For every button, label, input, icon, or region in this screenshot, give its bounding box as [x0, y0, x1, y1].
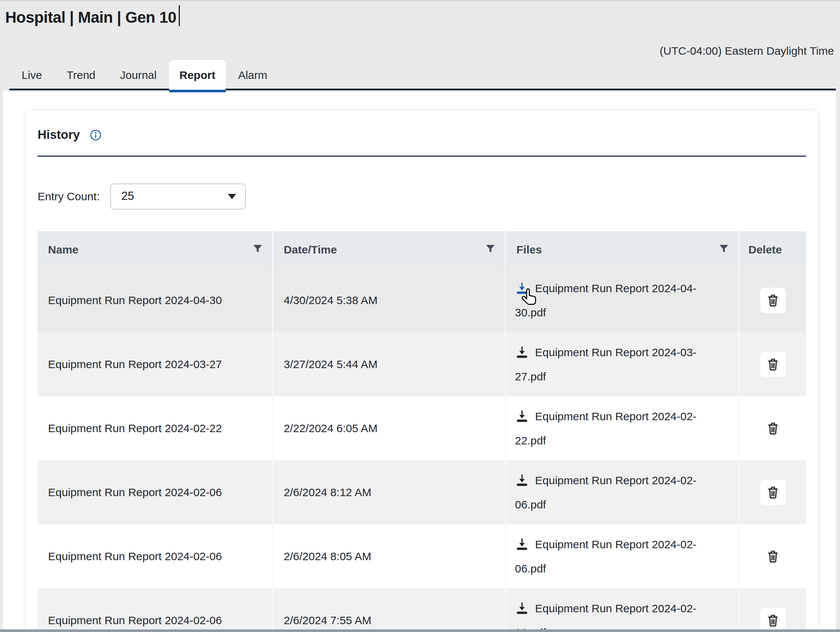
- report-datetime: 3/27/2024 5:44 AM: [272, 333, 505, 396]
- column-header-files[interactable]: Files: [505, 231, 738, 268]
- delete-report-button[interactable]: [760, 416, 786, 441]
- file-name[interactable]: Equipment Run Report 2024-02-06.pdf: [515, 602, 697, 629]
- report-datetime: 2/6/2024 8:12 AM: [272, 460, 505, 525]
- column-header-delete: Delete: [738, 231, 806, 268]
- column-label: Files: [516, 243, 542, 256]
- delete-report-button[interactable]: [760, 288, 786, 313]
- tab-journal[interactable]: Journal: [107, 60, 169, 90]
- report-name: Equipment Run Report 2024-02-06: [38, 525, 272, 588]
- table-row: Equipment Run Report 2024-02-22 2/22/202…: [38, 396, 806, 460]
- timezone-label: (UTC-04:00) Eastern Daylight Time: [660, 45, 834, 57]
- info-icon[interactable]: [90, 129, 102, 141]
- file-name[interactable]: Equipment Run Report 2024-04-30.pdf: [515, 282, 697, 318]
- delete-report-button[interactable]: [760, 608, 786, 629]
- download-icon[interactable]: [515, 345, 529, 359]
- table-row: Equipment Run Report 2024-04-30 4/30/202…: [38, 268, 806, 333]
- delete-report-button[interactable]: [760, 352, 786, 377]
- column-header-datetime[interactable]: Date/Time: [272, 231, 505, 268]
- device-title-field[interactable]: Hospital | Main | Gen 10: [5, 5, 180, 27]
- history-table: Name Date/Time Files: [38, 231, 806, 629]
- file-name[interactable]: Equipment Run Report 2024-03-27.pdf: [515, 346, 697, 383]
- column-label: Date/Time: [284, 243, 337, 256]
- download-icon[interactable]: [515, 473, 529, 487]
- report-name: Equipment Run Report 2024-02-06: [38, 588, 272, 629]
- table-row: Equipment Run Report 2024-03-27 3/27/202…: [38, 333, 806, 396]
- window-edge-bottom: [0, 629, 840, 632]
- tab-live[interactable]: Live: [9, 60, 54, 90]
- report-datetime: 2/22/2024 6:05 AM: [272, 396, 505, 460]
- history-divider: [38, 156, 806, 157]
- entry-count-label: Entry Count:: [38, 190, 100, 203]
- filter-funnel-icon[interactable]: [719, 243, 729, 256]
- trash-icon: [766, 485, 780, 500]
- download-icon[interactable]: [515, 409, 529, 423]
- table-row: Equipment Run Report 2024-02-06 2/6/2024…: [38, 525, 806, 588]
- hand-cursor: [520, 287, 540, 307]
- report-datetime: 2/6/2024 7:55 AM: [272, 588, 505, 629]
- trash-icon: [766, 549, 780, 564]
- report-file-link[interactable]: Equipment Run Report 2024-04-30.pdf: [505, 268, 738, 333]
- caret-down-icon: [228, 194, 236, 199]
- table-row: Equipment Run Report 2024-02-06 2/6/2024…: [38, 460, 806, 525]
- report-file-link[interactable]: Equipment Run Report 2024-02-06.pdf: [505, 460, 738, 525]
- trash-icon: [766, 613, 780, 627]
- tab-trend[interactable]: Trend: [54, 60, 107, 90]
- report-file-link[interactable]: Equipment Run Report 2024-03-27.pdf: [505, 333, 738, 396]
- column-label: Name: [48, 243, 79, 256]
- file-name[interactable]: Equipment Run Report 2024-02-06.pdf: [515, 474, 697, 511]
- report-file-link[interactable]: Equipment Run Report 2024-02-06.pdf: [505, 588, 738, 629]
- text-cursor: [179, 5, 180, 26]
- download-icon[interactable]: [515, 537, 529, 551]
- file-name[interactable]: Equipment Run Report 2024-02-06.pdf: [515, 538, 697, 575]
- report-name: Equipment Run Report 2024-03-27: [38, 333, 272, 396]
- report-name: Equipment Run Report 2024-02-22: [38, 396, 272, 460]
- report-datetime: 2/6/2024 8:05 AM: [272, 525, 505, 588]
- window-edge-top: [0, 0, 840, 1]
- file-name[interactable]: Equipment Run Report 2024-02-22.pdf: [515, 410, 697, 447]
- column-label: Delete: [748, 243, 782, 256]
- content-sheet: History Entry Count: 25 Name: [3, 90, 836, 629]
- history-card: History Entry Count: 25 Name: [26, 111, 818, 629]
- trash-icon: [766, 357, 780, 372]
- table-row: Equipment Run Report 2024-02-06 2/6/2024…: [38, 588, 806, 629]
- report-name: Equipment Run Report 2024-02-06: [38, 460, 272, 525]
- entry-count-value: 25: [122, 184, 134, 208]
- delete-report-button[interactable]: [760, 544, 786, 569]
- tab-alarm[interactable]: Alarm: [226, 60, 279, 90]
- tab-report[interactable]: Report: [169, 60, 226, 90]
- history-heading: History: [38, 126, 80, 143]
- filter-funnel-icon[interactable]: [253, 243, 262, 256]
- trash-icon: [766, 293, 780, 307]
- table-header-row: Name Date/Time Files: [38, 231, 806, 268]
- tab-bar: Live Trend Journal Report Alarm: [9, 60, 279, 90]
- trash-icon: [766, 421, 780, 435]
- entry-count-select[interactable]: 25: [110, 183, 246, 210]
- report-file-link[interactable]: Equipment Run Report 2024-02-06.pdf: [505, 525, 738, 588]
- report-name: Equipment Run Report 2024-04-30: [38, 268, 272, 333]
- column-header-name[interactable]: Name: [38, 231, 272, 268]
- report-file-link[interactable]: Equipment Run Report 2024-02-22.pdf: [505, 396, 738, 460]
- device-title-text: Hospital | Main | Gen 10: [5, 9, 177, 26]
- delete-report-button[interactable]: [760, 480, 786, 505]
- report-datetime: 4/30/2024 5:38 AM: [272, 268, 505, 333]
- download-icon[interactable]: [515, 601, 529, 615]
- filter-funnel-icon[interactable]: [486, 243, 495, 256]
